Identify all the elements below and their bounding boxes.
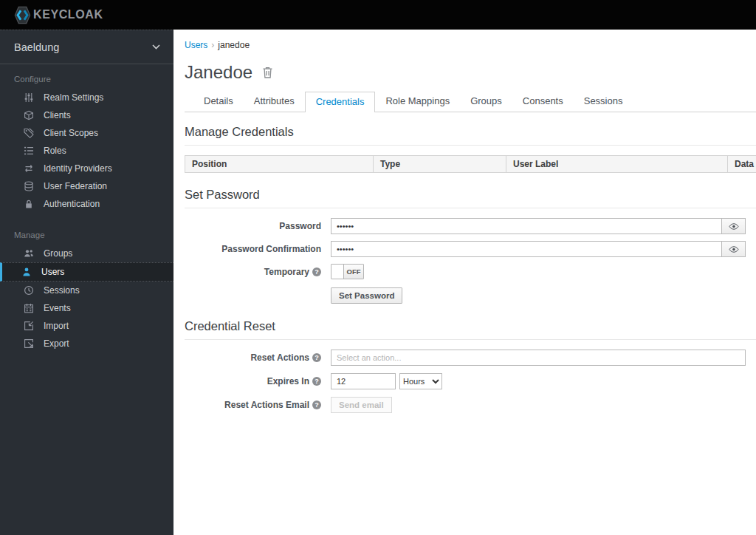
sidebar-item-roles[interactable]: Roles bbox=[0, 142, 173, 160]
sidebar-item-import[interactable]: Import bbox=[0, 317, 173, 335]
credentials-table: Position Type User Label Data bbox=[185, 155, 756, 173]
tab-role-mappings[interactable]: Role Mappings bbox=[375, 92, 460, 112]
temporary-row: Temporary? OFF bbox=[185, 264, 756, 279]
col-position: Position bbox=[185, 156, 374, 173]
nav-section-manage: Manage bbox=[0, 220, 173, 245]
credential-reset-heading: Credential Reset bbox=[185, 310, 756, 340]
question-icon[interactable]: ? bbox=[312, 268, 321, 276]
temporary-toggle[interactable]: OFF bbox=[331, 264, 364, 279]
reset-actions-email-label: Reset Actions Email? bbox=[185, 400, 321, 410]
password-confirmation-row: Password Confirmation bbox=[185, 241, 756, 257]
reset-actions-label: Reset Actions? bbox=[185, 352, 321, 363]
eye-icon bbox=[729, 246, 739, 253]
exchange-arrows-icon bbox=[23, 163, 34, 174]
show-password-button[interactable] bbox=[721, 218, 746, 234]
expires-in-label: Expires In? bbox=[185, 376, 321, 386]
lock-icon bbox=[23, 199, 34, 209]
expires-in-unit-select[interactable]: Hours bbox=[399, 373, 442, 389]
temporary-label: Temporary? bbox=[185, 267, 321, 277]
delete-user-button[interactable] bbox=[262, 67, 273, 78]
password-input[interactable] bbox=[331, 218, 721, 234]
sidebar-item-export[interactable]: Export bbox=[0, 335, 173, 352]
sidebar-item-label: Identity Providers bbox=[44, 163, 112, 174]
export-icon bbox=[23, 338, 34, 349]
realm-selector[interactable]: Baeldung bbox=[0, 30, 173, 64]
password-confirmation-label: Password Confirmation bbox=[185, 244, 321, 254]
group-icon bbox=[23, 248, 34, 259]
col-user-label: User Label bbox=[506, 156, 728, 173]
import-icon bbox=[23, 321, 34, 331]
sidebar-item-label: Export bbox=[44, 338, 69, 349]
sidebar-item-label: Groups bbox=[44, 248, 72, 259]
keycloak-logo-icon bbox=[13, 5, 32, 25]
sidebar-item-label: Client Scopes bbox=[44, 128, 98, 138]
show-password-confirmation-button[interactable] bbox=[721, 241, 746, 257]
sidebar-item-label: Realm Settings bbox=[44, 92, 103, 103]
col-type: Type bbox=[374, 156, 506, 173]
nav-section-configure: Configure bbox=[0, 64, 173, 89]
database-icon bbox=[23, 181, 34, 191]
sidebar-item-label: Events bbox=[44, 303, 71, 313]
tab-consents[interactable]: Consents bbox=[512, 92, 574, 112]
sidebar-item-clients[interactable]: Clients bbox=[0, 106, 173, 124]
tab-credentials[interactable]: Credentials bbox=[305, 92, 376, 112]
set-password-button-row: Set Password bbox=[185, 287, 756, 304]
eye-icon bbox=[729, 223, 739, 230]
clock-icon bbox=[23, 285, 34, 296]
sidebar-item-label: Users bbox=[41, 267, 64, 277]
send-email-button[interactable]: Send email bbox=[331, 397, 392, 413]
question-icon[interactable]: ? bbox=[312, 401, 321, 409]
sidebar-item-label: Authentication bbox=[44, 199, 100, 209]
user-icon bbox=[21, 267, 32, 277]
sidebar-item-identity-providers[interactable]: Identity Providers bbox=[0, 160, 173, 177]
sidebar-item-users[interactable]: Users bbox=[0, 262, 173, 282]
sidebar-item-label: User Federation bbox=[44, 181, 107, 191]
page-title-row: Janedoe bbox=[185, 62, 756, 83]
sidebar-item-groups[interactable]: Groups bbox=[0, 245, 173, 262]
tab-details[interactable]: Details bbox=[193, 92, 244, 112]
sidebar-item-sessions[interactable]: Sessions bbox=[0, 282, 173, 299]
credential-reset-form: Reset Actions? Expires In? Hours Reset A… bbox=[185, 350, 756, 413]
topbar: KEYCLOAK bbox=[0, 0, 756, 30]
set-password-form: Password Password Confirmation bbox=[185, 218, 756, 304]
calendar-icon bbox=[23, 303, 34, 313]
sidebar-item-user-federation[interactable]: User Federation bbox=[0, 177, 173, 195]
reset-actions-email-row: Reset Actions Email? Send email bbox=[185, 397, 756, 413]
set-password-heading: Set Password bbox=[185, 173, 756, 208]
sidebar-item-authentication[interactable]: Authentication bbox=[0, 195, 173, 213]
question-icon[interactable]: ? bbox=[312, 353, 321, 362]
sidebar-item-label: Roles bbox=[44, 146, 66, 156]
reset-actions-input[interactable] bbox=[331, 350, 746, 366]
sidebar-item-realm-settings[interactable]: Realm Settings bbox=[0, 89, 173, 106]
trash-icon bbox=[262, 67, 273, 78]
list-icon bbox=[23, 146, 34, 156]
tab-bar: Details Attributes Credentials Role Mapp… bbox=[185, 92, 756, 112]
keycloak-logo[interactable]: KEYCLOAK bbox=[13, 5, 103, 25]
sidebar-item-client-scopes[interactable]: Client Scopes bbox=[0, 124, 173, 142]
realm-name: Baeldung bbox=[14, 41, 59, 53]
breadcrumb: Users›janedoe bbox=[185, 40, 756, 50]
breadcrumb-current: janedoe bbox=[218, 40, 250, 50]
tab-attributes[interactable]: Attributes bbox=[244, 92, 305, 112]
question-icon[interactable]: ? bbox=[312, 377, 321, 386]
sidebar-item-label: Import bbox=[44, 321, 69, 331]
page-title: Janedoe bbox=[185, 62, 252, 83]
breadcrumb-users-link[interactable]: Users bbox=[185, 40, 207, 50]
set-password-button[interactable]: Set Password bbox=[331, 287, 402, 304]
cube-icon bbox=[23, 110, 34, 120]
toggle-handle bbox=[331, 265, 344, 279]
password-row: Password bbox=[185, 218, 756, 234]
breadcrumb-separator: › bbox=[211, 40, 214, 50]
col-data: Data bbox=[728, 156, 756, 173]
manage-credentials-heading: Manage Credentials bbox=[185, 112, 756, 146]
password-confirmation-input[interactable] bbox=[331, 241, 721, 257]
toggle-state-label: OFF bbox=[344, 265, 363, 279]
tab-groups[interactable]: Groups bbox=[460, 92, 512, 112]
reset-actions-row: Reset Actions? bbox=[185, 350, 756, 366]
expires-in-input[interactable] bbox=[331, 373, 396, 389]
sliders-icon bbox=[23, 92, 34, 103]
sidebar-item-events[interactable]: Events bbox=[0, 299, 173, 317]
brand-text: KEYCLOAK bbox=[33, 8, 103, 21]
tags-icon bbox=[23, 128, 34, 138]
tab-sessions[interactable]: Sessions bbox=[574, 92, 633, 112]
